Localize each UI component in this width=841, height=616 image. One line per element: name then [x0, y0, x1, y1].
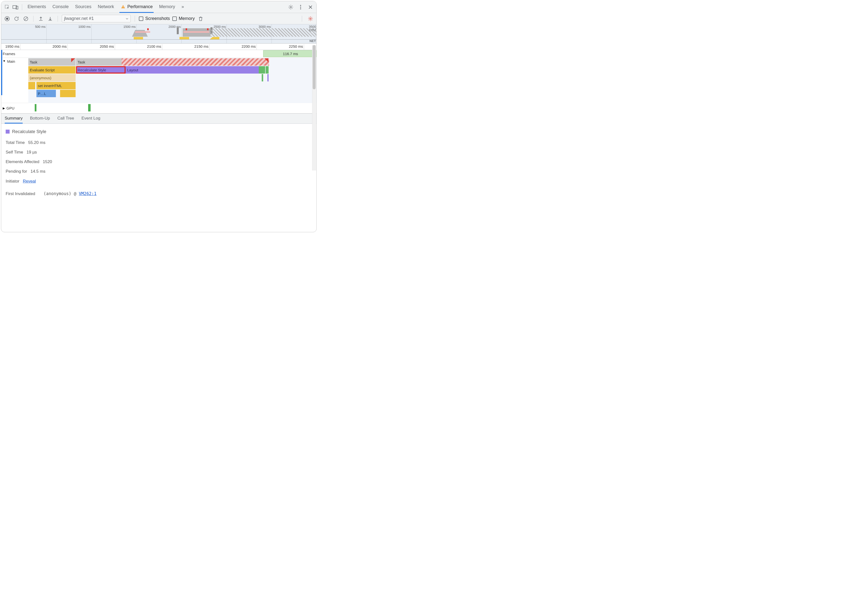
reload-icon[interactable] — [13, 15, 20, 22]
trash-icon[interactable] — [197, 15, 204, 22]
track-label-gpu[interactable]: ▶ GPU — [1, 103, 28, 113]
panel-tabs: Elements Console Sources Network Perform… — [26, 1, 185, 13]
btab-label: Summary — [5, 116, 23, 121]
track-label-main[interactable]: ▼ Main — [1, 58, 28, 103]
download-icon[interactable] — [47, 15, 54, 22]
track-label-text: Main — [7, 59, 15, 63]
kv-key: Total Time — [6, 139, 25, 146]
tab-label: Network — [98, 4, 114, 9]
flame-recalculate-style[interactable]: Recalculate Style — [76, 66, 126, 73]
flame-sliver[interactable] — [28, 82, 35, 89]
gpu-bar[interactable] — [35, 104, 37, 111]
svg-point-5 — [290, 6, 291, 8]
flame-anonymous[interactable]: (anonymous) — [28, 74, 76, 81]
kv-initiator: Initiator Reveal — [6, 178, 312, 185]
svg-point-6 — [300, 5, 301, 6]
track-frames: Frames 116.7 ms — [1, 50, 316, 58]
gpu-bar[interactable] — [88, 104, 90, 111]
tab-elements[interactable]: Elements — [26, 1, 47, 13]
ruler-tick: 1950 ms — [3, 44, 19, 48]
record-icon[interactable] — [4, 15, 10, 22]
stack-source-link[interactable]: VM262:1 — [79, 191, 97, 196]
btab-bottom-up[interactable]: Bottom-Up — [30, 114, 50, 123]
summary-title-text: Recalculate Style — [12, 128, 46, 135]
track-body-frames[interactable]: 116.7 ms — [28, 50, 316, 57]
main-selection-indicator — [1, 50, 2, 95]
stack-fn: (anonymous) — [44, 191, 71, 196]
close-icon[interactable] — [307, 4, 314, 10]
overview-selection — [1, 24, 177, 43]
flame-parsehtml[interactable]: P…L — [37, 90, 56, 97]
perf-toolbar: jlwagner.net #1 Screenshots Memory — [1, 13, 316, 24]
flame-set-innerhtml[interactable]: set innerHTML — [37, 82, 76, 89]
device-toolbar-icon[interactable] — [12, 4, 19, 10]
settings-icon[interactable] — [287, 4, 294, 10]
flame-label: (anonymous) — [30, 76, 51, 80]
flame-sliver[interactable] — [262, 74, 263, 81]
upload-icon[interactable] — [37, 15, 44, 22]
btab-event-log[interactable]: Event Log — [81, 114, 100, 123]
track-body-gpu[interactable] — [28, 103, 316, 113]
track-main: ▼ Main Task Task Evaluate Script Recalcu… — [1, 58, 316, 103]
clear-icon[interactable] — [22, 15, 29, 22]
flame-evaluate-script[interactable]: Evaluate Script — [28, 66, 76, 73]
kv-key: Elements Affected — [6, 158, 40, 165]
perf-settings-icon[interactable] — [307, 15, 314, 22]
ruler-tick: 2000 ms — [50, 44, 67, 48]
overview-idle-hatch — [211, 28, 316, 37]
profile-select[interactable]: jlwagner.net #1 — [62, 15, 131, 22]
flame-label: set innerHTML — [38, 84, 62, 88]
kv-value: 1520 — [43, 158, 52, 165]
first-invalidated-row: First Invalidated (anonymous) @ VM262:1 — [6, 191, 312, 197]
scroll-thumb[interactable] — [313, 45, 316, 89]
flame-paint[interactable] — [259, 66, 265, 73]
flame-task[interactable]: Task — [28, 58, 76, 66]
flame-label: P…L — [38, 91, 46, 96]
svg-point-12 — [310, 18, 311, 19]
flame-layout[interactable]: Layout — [126, 66, 259, 73]
btab-label: Call Tree — [57, 116, 74, 121]
tab-performance[interactable]: Performance — [119, 1, 154, 13]
btab-call-tree[interactable]: Call Tree — [57, 114, 74, 123]
flame-sliver[interactable] — [60, 90, 76, 97]
flame-sliver[interactable] — [268, 74, 269, 81]
kv-key: Initiator — [6, 178, 19, 185]
chevron-down-icon — [126, 17, 128, 20]
kv-value: 19 µs — [26, 149, 37, 155]
summary-panel: Recalculate Style Total Time 55.20 ms Se… — [1, 124, 316, 199]
btab-label: Event Log — [81, 116, 100, 121]
overview-handle[interactable] — [177, 27, 179, 34]
ruler-tick: 2200 ms — [240, 44, 256, 48]
flame-composite[interactable] — [266, 66, 269, 73]
screenshots-checkbox[interactable]: Screenshots — [139, 16, 170, 21]
tab-network[interactable]: Network — [97, 1, 115, 13]
track-label-frames[interactable]: Frames — [1, 50, 28, 57]
frame-bar[interactable]: 116.7 ms — [263, 50, 316, 57]
svg-point-8 — [300, 8, 301, 9]
overview-task — [184, 31, 209, 33]
kv-self-time: Self Time 19 µs — [6, 149, 312, 155]
flame-task[interactable]: Task — [76, 58, 122, 66]
ruler-tick: 2100 ms — [145, 44, 161, 48]
track-body-main[interactable]: Task Task Evaluate Script Recalculate St… — [28, 58, 316, 103]
tab-sources[interactable]: Sources — [74, 1, 92, 13]
kv-total-time: Total Time 55.20 ms — [6, 139, 312, 146]
inspect-icon[interactable] — [4, 4, 10, 10]
overview-strip[interactable]: 500 ms 1000 ms 1500 ms 2000 ms 2500 ms 3… — [1, 24, 316, 44]
tab-memory[interactable]: Memory — [158, 1, 176, 13]
collapse-icon: ▼ — [3, 59, 6, 63]
track-label-text: GPU — [6, 106, 15, 110]
kv-elements-affected: Elements Affected 1520 — [6, 158, 312, 165]
flame-tracks: Frames 116.7 ms ▼ Main Task Task — [1, 50, 316, 113]
reveal-link[interactable]: Reveal — [23, 178, 36, 185]
kebab-menu-icon[interactable] — [297, 4, 304, 10]
overview-longtask-marker — [186, 28, 187, 30]
flame-label: Recalculate Style — [78, 68, 106, 72]
timeline-ruler[interactable]: 1950 ms 2000 ms 2050 ms 2100 ms 2150 ms … — [1, 44, 316, 50]
vertical-scrollbar[interactable] — [312, 45, 316, 170]
track-gpu: ▶ GPU — [1, 103, 316, 113]
memory-checkbox[interactable]: Memory — [172, 16, 195, 21]
tab-console[interactable]: Console — [51, 1, 70, 13]
btab-summary[interactable]: Summary — [5, 114, 23, 123]
tabs-overflow[interactable]: » — [181, 1, 185, 13]
